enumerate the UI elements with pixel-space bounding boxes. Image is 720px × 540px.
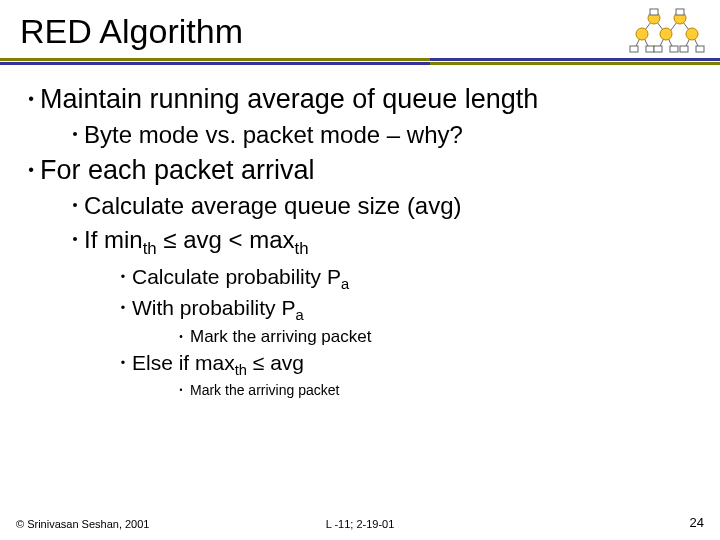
svg-point-13 [660,28,672,40]
bullet-icon [114,265,132,289]
title-underline [0,58,720,64]
bullet-icon [172,382,190,398]
bullet-l2: If minth ≤ avg < maxth [66,226,702,259]
bullet-icon [114,296,132,320]
svg-rect-19 [654,46,662,52]
bullet-l2: Calculate average queue size (avg) [66,192,702,220]
svg-rect-16 [676,9,684,15]
bullet-text: Calculate probability Pa [132,265,349,288]
bullet-text: If minth ≤ avg < maxth [84,226,309,253]
bullet-l5: Mark the arriving packet [172,382,702,398]
bullet-icon [172,327,190,347]
footer-lecture-id: L -11; 2-19-01 [0,518,720,530]
bullet-text: Else if maxth ≤ avg [132,351,304,374]
svg-rect-17 [630,46,638,52]
bullet-icon [114,351,132,375]
svg-rect-18 [646,46,654,52]
network-logo-icon [628,6,706,58]
bullet-icon [66,121,84,149]
bullet-icon [66,192,84,220]
bullet-text: With probability Pa [132,296,304,319]
bullet-text: Calculate average queue size (avg) [84,192,462,219]
bullet-icon [66,226,84,254]
svg-point-14 [686,28,698,40]
bullet-text: Mark the arriving packet [190,327,371,346]
svg-point-12 [636,28,648,40]
bullet-l4: Mark the arriving packet [172,327,702,347]
svg-rect-22 [696,46,704,52]
bullet-l3: Calculate probability Pa [114,265,702,292]
bullet-icon [22,155,40,186]
bullet-text: Byte mode vs. packet mode – why? [84,121,463,148]
bullet-l1: Maintain running average of queue length [22,84,702,115]
bullet-text: Mark the arriving packet [190,382,339,398]
bullet-text: Maintain running average of queue length [40,84,538,114]
bullet-l1: For each packet arrival [22,155,702,186]
slide-body: Maintain running average of queue length… [22,78,702,400]
slide-title: RED Algorithm [20,12,243,51]
bullet-icon [22,84,40,115]
bullet-l2: Byte mode vs. packet mode – why? [66,121,702,149]
bullet-l3: Else if maxth ≤ avg [114,351,702,378]
footer-page-number: 24 [690,515,704,530]
bullet-text: For each packet arrival [40,155,315,185]
svg-rect-20 [670,46,678,52]
bullet-l3: With probability Pa [114,296,702,323]
svg-rect-15 [650,9,658,15]
svg-rect-21 [680,46,688,52]
